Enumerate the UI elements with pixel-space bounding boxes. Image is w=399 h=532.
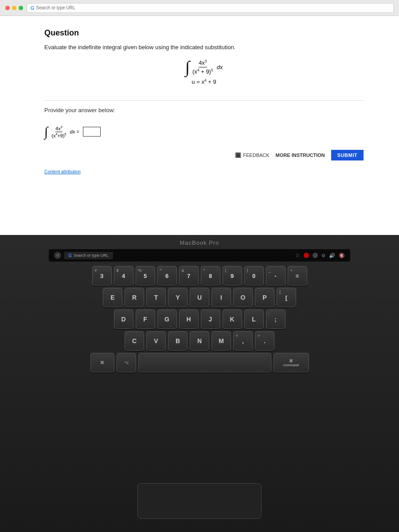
touch-bar-url-bar[interactable]: G Search or type URL — [64, 252, 113, 259]
answer-denominator: (x4+9)5 — [51, 132, 66, 138]
action-buttons-row: ■ FEEDBACK MORE INSTRUCTION SUBMIT — [44, 150, 364, 160]
key-g[interactable]: G — [157, 309, 177, 329]
touch-bar-circle-1 — [304, 253, 309, 258]
key-u[interactable]: U — [190, 288, 209, 307]
key-0[interactable]: ) 0 — [244, 266, 264, 286]
math-display: ∫ 4x3 (x4 + 9)5 dx u = x4 + 9 — [44, 59, 364, 94]
touch-bar-google-icon: G — [68, 253, 72, 258]
key-option-left[interactable]: ⌥ — [117, 353, 136, 372]
content-attribution-link[interactable]: Content attribution — [44, 169, 364, 174]
bottom-row: ⌘ ⌥ ⌘ command — [31, 353, 368, 372]
numerator: 4x3 — [199, 59, 207, 67]
question-description: Evaluate the indefinite integral given b… — [44, 44, 364, 51]
key-space[interactable] — [138, 353, 271, 372]
key-command-right[interactable]: ⌘ command — [274, 353, 309, 372]
key-n[interactable]: N — [190, 331, 209, 351]
qwerty-row: E R T Y U I O P { [ — [31, 288, 368, 307]
macbook-label: MacBook Pro — [180, 239, 219, 246]
window-controls — [5, 6, 23, 10]
key-9[interactable]: ( 9 — [223, 266, 242, 286]
answer-dx: dx = — [70, 129, 79, 134]
url-bar[interactable]: G Search or type URL — [27, 3, 394, 13]
integral-sign: ∫ — [185, 59, 190, 75]
key-h[interactable]: H — [179, 309, 199, 329]
key-l[interactable]: L — [244, 309, 264, 329]
key-6[interactable]: ^ 6 — [157, 266, 177, 286]
key-3[interactable]: # 3 — [92, 266, 112, 286]
key-bracket-left[interactable]: { [ — [277, 288, 296, 307]
integral-block: ∫ 4x3 (x4 + 9)5 dx — [185, 59, 223, 75]
fraction: 4x3 (x4 + 9)5 — [192, 59, 213, 75]
feedback-label: FEEDBACK — [243, 153, 269, 158]
key-comma[interactable]: < , — [233, 331, 253, 351]
laptop-bottom: MacBook Pro ↺ G Search or type URL ☆ ⚙ 🔊… — [0, 235, 399, 532]
key-k[interactable]: K — [223, 309, 242, 329]
substitution: u = x4 + 9 — [192, 78, 216, 85]
key-4[interactable]: $ 4 — [114, 266, 133, 286]
touch-bar-settings-icon[interactable]: ⚙ — [321, 253, 325, 258]
zxcv-row: C V B N M < , > . — [31, 331, 368, 351]
number-row: # 3 $ 4 % 5 ^ 6 & 7 * 8 — [31, 266, 368, 286]
key-j[interactable]: J — [201, 309, 220, 329]
key-b[interactable]: B — [168, 331, 188, 351]
touch-bar-left: ↺ G Search or type URL — [54, 252, 113, 259]
key-p[interactable]: P — [255, 288, 274, 307]
key-command-left[interactable]: ⌘ — [90, 353, 114, 372]
denominator: (x4 + 9)5 — [192, 67, 213, 75]
google-g-icon: G — [31, 5, 35, 11]
close-window-button[interactable] — [5, 6, 10, 10]
key-d[interactable]: D — [114, 309, 133, 329]
submit-button[interactable]: SUBMIT — [331, 150, 364, 160]
key-m[interactable]: M — [211, 331, 231, 351]
answer-input-box[interactable] — [83, 127, 101, 137]
key-7[interactable]: & 7 — [179, 266, 199, 286]
feedback-icon: ■ — [235, 153, 241, 158]
reload-icon[interactable]: ↺ — [54, 252, 61, 259]
touch-bar-star-icon[interactable]: ☆ — [295, 252, 300, 258]
divider — [44, 100, 364, 101]
key-5[interactable]: % 5 — [136, 266, 155, 286]
key-minus[interactable]: _ - — [266, 266, 286, 286]
touch-bar-search-text: Search or type URL — [74, 253, 109, 258]
key-y[interactable]: Y — [168, 288, 188, 307]
key-equals[interactable]: + = — [288, 266, 307, 286]
answer-equation-row: ∫ 4x3 (x4+9)5 dx = — [44, 124, 364, 139]
provide-answer-label: Provide your answer below: — [44, 107, 364, 113]
maximize-window-button[interactable] — [19, 6, 23, 10]
browser-bar: G Search or type URL — [0, 0, 399, 16]
more-instruction-button[interactable]: MORE INSTRUCTION — [276, 153, 325, 158]
touch-bar-right: ☆ ⚙ 🔊 🔇 — [295, 252, 345, 258]
touch-bar-mute-icon: 🔇 — [339, 253, 345, 258]
page-content: Question Evaluate the indefinite integra… — [0, 16, 399, 235]
key-v[interactable]: V — [146, 331, 166, 351]
key-c[interactable]: C — [125, 331, 144, 351]
key-r[interactable]: R — [125, 288, 144, 307]
asdf-row: D F G H J K L : ; — [31, 309, 368, 329]
key-e[interactable]: E — [103, 288, 122, 307]
question-title: Question — [44, 28, 364, 38]
touch-bar-circle-2 — [313, 253, 318, 258]
answer-numerator: 4x3 — [55, 125, 63, 132]
key-period[interactable]: > . — [255, 331, 274, 351]
touch-bar: ↺ G Search or type URL ☆ ⚙ 🔊 🔇 — [49, 249, 350, 262]
key-semicolon[interactable]: : ; — [266, 309, 286, 329]
answer-integral-sign: ∫ — [44, 124, 48, 139]
keyboard: # 3 $ 4 % 5 ^ 6 & 7 * 8 — [31, 266, 368, 375]
trackpad[interactable] — [137, 483, 262, 519]
key-t[interactable]: T — [146, 288, 166, 307]
key-i[interactable]: I — [211, 288, 231, 307]
screen-area: G Search or type URL Question Evaluate t… — [0, 0, 399, 235]
key-f[interactable]: F — [136, 309, 155, 329]
key-o[interactable]: O — [233, 288, 253, 307]
url-text: Search or type URL — [36, 5, 75, 10]
minimize-window-button[interactable] — [12, 6, 16, 10]
dx-text: dx — [217, 64, 223, 70]
feedback-button[interactable]: ■ FEEDBACK — [235, 153, 269, 158]
key-8[interactable]: * 8 — [201, 266, 220, 286]
answer-fraction: 4x3 (x4+9)5 — [51, 125, 66, 138]
touch-bar-volume-icon: 🔊 — [329, 253, 335, 258]
